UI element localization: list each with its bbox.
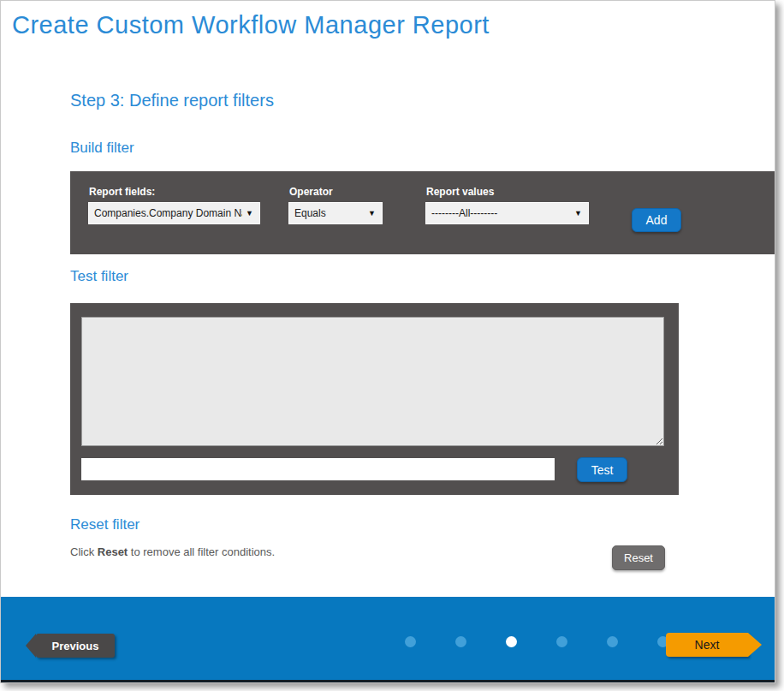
- reset-hint-prefix: Click: [70, 545, 98, 558]
- operator-selected-value: Equals: [289, 207, 365, 219]
- step-dot-2[interactable]: [455, 636, 466, 647]
- add-button[interactable]: Add: [632, 208, 681, 232]
- chevron-down-icon: ▼: [571, 209, 588, 217]
- operator-label: Operator: [289, 186, 333, 198]
- reset-filter-heading: Reset filter: [70, 516, 140, 533]
- previous-button[interactable]: Previous: [36, 634, 115, 658]
- step-dots: [405, 636, 668, 647]
- step-dot-3[interactable]: [506, 636, 517, 647]
- reset-hint-suffix: to remove all filter conditions.: [128, 545, 275, 558]
- report-values-selected-value: --------All--------: [426, 207, 571, 219]
- report-fields-selected-value: Companies.Company Domain Na: [89, 207, 242, 219]
- step-dot-5[interactable]: [607, 636, 618, 647]
- step-heading: Step 3: Define report filters: [70, 91, 274, 110]
- operator-select[interactable]: Equals ▼: [288, 202, 383, 224]
- reset-hint-bold: Reset: [98, 545, 128, 558]
- wizard-card: Create Custom Workflow Manager Report St…: [0, 0, 775, 683]
- reset-button[interactable]: Reset: [612, 545, 665, 570]
- chevron-down-icon: ▼: [242, 209, 259, 217]
- page-title: Create Custom Workflow Manager Report: [12, 11, 490, 39]
- filter-preview-textarea[interactable]: [81, 317, 664, 446]
- report-fields-label: Report fields:: [89, 186, 155, 198]
- build-filter-heading: Build filter: [70, 140, 134, 157]
- chevron-down-icon: ▼: [365, 209, 382, 217]
- report-values-select[interactable]: --------All-------- ▼: [425, 202, 589, 224]
- step-dot-1[interactable]: [405, 636, 416, 647]
- next-button[interactable]: Next: [666, 633, 748, 657]
- test-filter-heading: Test filter: [70, 268, 128, 285]
- test-filter-panel: Test: [70, 303, 679, 495]
- report-values-label: Report values: [426, 186, 494, 198]
- report-fields-select[interactable]: Companies.Company Domain Na ▼: [88, 202, 260, 224]
- test-value-input[interactable]: [81, 458, 555, 480]
- test-button[interactable]: Test: [577, 457, 627, 482]
- wizard-footer-bar: Previous Next: [1, 597, 775, 682]
- build-filter-panel: Report fields: Companies.Company Domain …: [70, 171, 775, 254]
- reset-hint-text: Click Reset to remove all filter conditi…: [70, 545, 275, 558]
- step-dot-4[interactable]: [556, 636, 567, 647]
